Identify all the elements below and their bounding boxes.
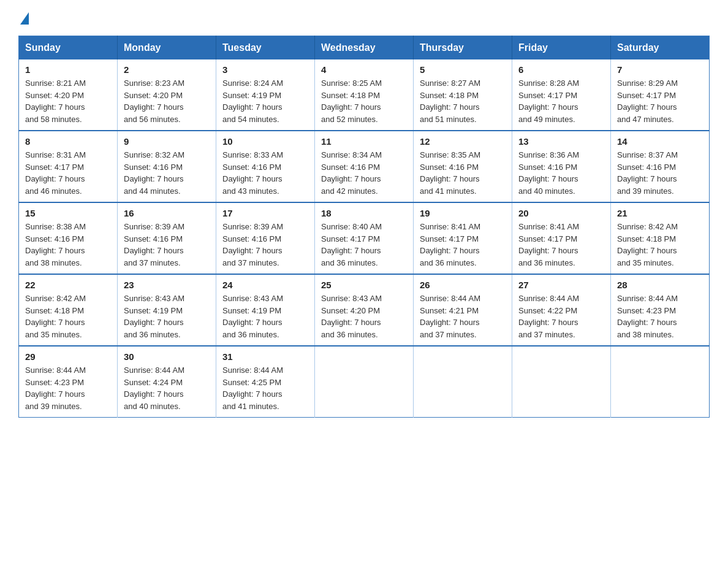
day-info: Sunrise: 8:44 AM Sunset: 4:23 PM Dayligh… (25, 364, 111, 412)
calendar-day-cell: 1 Sunrise: 8:21 AM Sunset: 4:20 PM Dayli… (19, 59, 118, 131)
calendar-day-cell: 7 Sunrise: 8:29 AM Sunset: 4:17 PM Dayli… (611, 59, 710, 131)
calendar-day-cell: 2 Sunrise: 8:23 AM Sunset: 4:20 PM Dayli… (118, 59, 216, 131)
calendar-day-cell: 5 Sunrise: 8:27 AM Sunset: 4:18 PM Dayli… (414, 59, 512, 131)
day-number: 11 (321, 136, 407, 147)
day-info: Sunrise: 8:31 AM Sunset: 4:17 PM Dayligh… (25, 149, 111, 197)
day-number: 10 (222, 136, 308, 147)
calendar-day-cell: 28 Sunrise: 8:44 AM Sunset: 4:23 PM Dayl… (611, 274, 710, 346)
day-number: 1 (25, 64, 111, 75)
day-number: 5 (420, 64, 506, 75)
calendar-day-cell: 31 Sunrise: 8:44 AM Sunset: 4:25 PM Dayl… (216, 346, 315, 418)
day-info: Sunrise: 8:41 AM Sunset: 4:17 PM Dayligh… (420, 221, 506, 269)
day-info: Sunrise: 8:28 AM Sunset: 4:17 PM Dayligh… (518, 77, 604, 125)
day-info: Sunrise: 8:29 AM Sunset: 4:17 PM Dayligh… (617, 77, 703, 125)
day-number: 4 (321, 64, 407, 75)
day-info: Sunrise: 8:42 AM Sunset: 4:18 PM Dayligh… (617, 221, 703, 269)
day-info: Sunrise: 8:44 AM Sunset: 4:22 PM Dayligh… (518, 293, 604, 340)
weekday-header-friday: Friday (512, 36, 611, 60)
day-number: 3 (222, 64, 308, 75)
calendar-day-cell: 13 Sunrise: 8:36 AM Sunset: 4:16 PM Dayl… (512, 131, 611, 202)
day-number: 19 (420, 208, 506, 218)
day-number: 23 (124, 280, 210, 290)
calendar-table: SundayMondayTuesdayWednesdayThursdayFrid… (18, 36, 710, 418)
weekday-header-saturday: Saturday (611, 36, 710, 60)
day-number: 24 (222, 280, 308, 290)
calendar-day-cell: 14 Sunrise: 8:37 AM Sunset: 4:16 PM Dayl… (611, 131, 710, 202)
calendar-day-cell: 23 Sunrise: 8:43 AM Sunset: 4:19 PM Dayl… (118, 274, 216, 346)
calendar-day-cell (315, 346, 414, 418)
day-number: 20 (518, 208, 604, 218)
day-number: 18 (321, 208, 407, 218)
day-info: Sunrise: 8:32 AM Sunset: 4:16 PM Dayligh… (124, 149, 210, 197)
calendar-week-row: 1 Sunrise: 8:21 AM Sunset: 4:20 PM Dayli… (19, 59, 710, 131)
day-number: 30 (124, 351, 210, 362)
calendar-week-row: 15 Sunrise: 8:38 AM Sunset: 4:16 PM Dayl… (19, 202, 710, 274)
day-number: 7 (617, 64, 703, 75)
weekday-header-thursday: Thursday (414, 36, 512, 60)
weekday-header-tuesday: Tuesday (216, 36, 315, 60)
calendar-day-cell (414, 346, 512, 418)
calendar-week-row: 8 Sunrise: 8:31 AM Sunset: 4:17 PM Dayli… (19, 131, 710, 202)
calendar-day-cell (611, 346, 710, 418)
day-info: Sunrise: 8:21 AM Sunset: 4:20 PM Dayligh… (25, 77, 111, 125)
calendar-day-cell: 12 Sunrise: 8:35 AM Sunset: 4:16 PM Dayl… (414, 131, 512, 202)
day-number: 26 (420, 280, 506, 290)
day-number: 31 (222, 351, 308, 362)
calendar-day-cell: 21 Sunrise: 8:42 AM Sunset: 4:18 PM Dayl… (611, 202, 710, 274)
day-info: Sunrise: 8:25 AM Sunset: 4:18 PM Dayligh… (321, 77, 407, 125)
day-number: 9 (124, 136, 210, 147)
calendar-day-cell: 16 Sunrise: 8:39 AM Sunset: 4:16 PM Dayl… (118, 202, 216, 274)
day-info: Sunrise: 8:44 AM Sunset: 4:24 PM Dayligh… (124, 364, 210, 412)
day-info: Sunrise: 8:36 AM Sunset: 4:16 PM Dayligh… (518, 149, 604, 197)
day-info: Sunrise: 8:33 AM Sunset: 4:16 PM Dayligh… (222, 149, 308, 197)
day-info: Sunrise: 8:37 AM Sunset: 4:16 PM Dayligh… (617, 149, 703, 197)
day-info: Sunrise: 8:24 AM Sunset: 4:19 PM Dayligh… (222, 77, 308, 125)
calendar-day-cell: 8 Sunrise: 8:31 AM Sunset: 4:17 PM Dayli… (19, 131, 118, 202)
day-number: 27 (518, 280, 604, 290)
calendar-day-cell: 29 Sunrise: 8:44 AM Sunset: 4:23 PM Dayl… (19, 346, 118, 418)
logo (18, 12, 29, 25)
day-info: Sunrise: 8:34 AM Sunset: 4:16 PM Dayligh… (321, 149, 407, 197)
day-number: 25 (321, 280, 407, 290)
day-info: Sunrise: 8:23 AM Sunset: 4:20 PM Dayligh… (124, 77, 210, 125)
calendar-day-cell: 18 Sunrise: 8:40 AM Sunset: 4:17 PM Dayl… (315, 202, 414, 274)
calendar-day-cell: 9 Sunrise: 8:32 AM Sunset: 4:16 PM Dayli… (118, 131, 216, 202)
day-info: Sunrise: 8:42 AM Sunset: 4:18 PM Dayligh… (25, 293, 111, 340)
day-info: Sunrise: 8:27 AM Sunset: 4:18 PM Dayligh… (420, 77, 506, 125)
calendar-day-cell: 4 Sunrise: 8:25 AM Sunset: 4:18 PM Dayli… (315, 59, 414, 131)
day-info: Sunrise: 8:40 AM Sunset: 4:17 PM Dayligh… (321, 221, 407, 269)
day-number: 14 (617, 136, 703, 147)
weekday-header-wednesday: Wednesday (315, 36, 414, 60)
day-info: Sunrise: 8:43 AM Sunset: 4:20 PM Dayligh… (321, 293, 407, 340)
day-number: 2 (124, 64, 210, 75)
calendar-day-cell: 24 Sunrise: 8:43 AM Sunset: 4:19 PM Dayl… (216, 274, 315, 346)
day-number: 29 (25, 351, 111, 362)
calendar-body: 1 Sunrise: 8:21 AM Sunset: 4:20 PM Dayli… (19, 59, 710, 418)
calendar-day-cell: 10 Sunrise: 8:33 AM Sunset: 4:16 PM Dayl… (216, 131, 315, 202)
day-number: 21 (617, 208, 703, 218)
day-number: 15 (25, 208, 111, 218)
calendar-week-row: 29 Sunrise: 8:44 AM Sunset: 4:23 PM Dayl… (19, 346, 710, 418)
calendar-day-cell: 17 Sunrise: 8:39 AM Sunset: 4:16 PM Dayl… (216, 202, 315, 274)
day-number: 12 (420, 136, 506, 147)
calendar-day-cell: 3 Sunrise: 8:24 AM Sunset: 4:19 PM Dayli… (216, 59, 315, 131)
day-number: 16 (124, 208, 210, 218)
day-info: Sunrise: 8:44 AM Sunset: 4:21 PM Dayligh… (420, 293, 506, 340)
day-info: Sunrise: 8:39 AM Sunset: 4:16 PM Dayligh… (124, 221, 210, 269)
calendar-day-cell: 27 Sunrise: 8:44 AM Sunset: 4:22 PM Dayl… (512, 274, 611, 346)
day-info: Sunrise: 8:39 AM Sunset: 4:16 PM Dayligh… (222, 221, 308, 269)
day-number: 17 (222, 208, 308, 218)
day-number: 13 (518, 136, 604, 147)
day-number: 28 (617, 280, 703, 290)
calendar-day-cell: 19 Sunrise: 8:41 AM Sunset: 4:17 PM Dayl… (414, 202, 512, 274)
calendar-day-cell: 6 Sunrise: 8:28 AM Sunset: 4:17 PM Dayli… (512, 59, 611, 131)
day-number: 8 (25, 136, 111, 147)
calendar-day-cell (512, 346, 611, 418)
day-info: Sunrise: 8:41 AM Sunset: 4:17 PM Dayligh… (518, 221, 604, 269)
calendar-week-row: 22 Sunrise: 8:42 AM Sunset: 4:18 PM Dayl… (19, 274, 710, 346)
day-info: Sunrise: 8:43 AM Sunset: 4:19 PM Dayligh… (222, 293, 308, 340)
calendar-day-cell: 25 Sunrise: 8:43 AM Sunset: 4:20 PM Dayl… (315, 274, 414, 346)
day-number: 6 (518, 64, 604, 75)
day-info: Sunrise: 8:44 AM Sunset: 4:23 PM Dayligh… (617, 293, 703, 340)
calendar-day-cell: 15 Sunrise: 8:38 AM Sunset: 4:16 PM Dayl… (19, 202, 118, 274)
